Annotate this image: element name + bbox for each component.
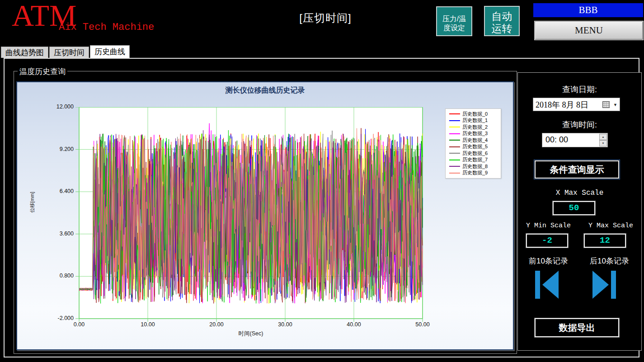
next-triangle-icon xyxy=(592,271,609,299)
prev-10-records-button[interactable] xyxy=(535,270,559,299)
chart-legend: 历史数据_0历史数据_1历史数据_2历史数据_3历史数据_4历史数据_5历史数据… xyxy=(445,108,501,179)
query-time-label: 查询时间: xyxy=(518,119,641,130)
legend-series-label: 历史数据_1 xyxy=(462,117,488,124)
y-tick-label: 9.200 xyxy=(51,146,74,152)
condition-query-button[interactable]: 条件查询显示 xyxy=(535,160,619,179)
x-max-scale-label: X Max Scale xyxy=(518,189,641,197)
legend-series-label: 历史数据_5 xyxy=(462,143,488,150)
query-panel: 查询日期: 2018年 8月 8日 ▼ 查询时间: 00: 00 ▲ ▼ 条件查… xyxy=(517,72,642,351)
query-date-label: 查询日期: xyxy=(518,84,641,95)
prev-triangle-icon xyxy=(542,271,559,299)
calendar-icon xyxy=(602,101,610,108)
legend-series-label: 历史数据_9 xyxy=(462,169,488,176)
legend-line-swatch xyxy=(449,153,460,154)
calendar-dropdown-arrow-icon[interactable]: ▼ xyxy=(613,102,617,108)
y-max-scale-label: Y Max Scale xyxy=(583,222,639,230)
legend-series-label: 历史数据_6 xyxy=(462,150,488,157)
page-title: [压切时间] xyxy=(235,11,416,25)
x-tick-label: 20.00 xyxy=(205,321,228,328)
y-axis-title: 位移[mm] xyxy=(29,182,36,223)
x-tick-label: 10.00 xyxy=(136,321,159,328)
bbb-status-banner: BBB xyxy=(533,3,643,17)
legend-item: 历史数据_0 xyxy=(446,111,501,118)
tab-bar: 曲线趋势图 压切时间 历史曲线 xyxy=(1,47,131,58)
next-bar-icon xyxy=(611,271,616,299)
logo-subtitle: Aix Tech Machine xyxy=(59,22,154,33)
y-tick-label: 0.800 xyxy=(51,273,74,279)
legend-series-label: 历史数据_7 xyxy=(462,156,488,163)
prev-10-records-label: 前10条记录 xyxy=(520,256,577,266)
x-tick-label: 30.00 xyxy=(274,321,296,328)
legend-line-swatch xyxy=(449,166,460,167)
legend-item: 历史数据_8 xyxy=(446,163,501,170)
auto-run-line2: 运转 xyxy=(492,23,512,34)
legend-item: 历史数据_5 xyxy=(446,144,501,150)
groupbox-title: 温度历史查询 xyxy=(18,66,67,77)
query-time-input[interactable]: 00: 00 ▲ ▼ xyxy=(542,133,608,147)
tab-press-cut-time[interactable]: 压切时间 xyxy=(49,47,89,58)
chart-title: 测长仪位移曲线历史记录 xyxy=(17,86,513,95)
y-tick-label: 12.000 xyxy=(51,103,74,110)
y-tick-label: -2.000 xyxy=(51,315,74,321)
tab-curve-trend[interactable]: 曲线趋势图 xyxy=(1,47,48,58)
legend-line-swatch xyxy=(449,173,460,174)
x-axis-title: 时间(Sec) xyxy=(79,330,423,338)
legend-line-swatch xyxy=(449,146,460,147)
legend-line-swatch xyxy=(449,113,460,114)
legend-item: 历史数据_9 xyxy=(446,170,501,177)
spinner-up-icon[interactable]: ▲ xyxy=(599,134,607,140)
chart-plot xyxy=(75,107,426,323)
y-min-scale-label: Y Min Scale xyxy=(520,222,577,230)
legend-line-swatch xyxy=(449,160,460,160)
legend-line-swatch xyxy=(449,140,460,141)
legend-line-swatch xyxy=(449,120,460,121)
legend-series-label: 历史数据_0 xyxy=(462,111,488,118)
x-tick-label: 50.00 xyxy=(411,321,434,328)
query-date-picker[interactable]: 2018年 8月 8日 ▼ xyxy=(533,98,620,111)
legend-line-swatch xyxy=(449,127,460,127)
auto-run-line1: 自动 xyxy=(492,10,512,22)
pressure-temp-line2: 度设定 xyxy=(443,24,465,32)
prev-bar-icon xyxy=(535,271,540,299)
legend-series-label: 历史数据_3 xyxy=(462,130,488,137)
next-10-records-button[interactable] xyxy=(592,270,616,299)
legend-series-label: 历史数据_4 xyxy=(462,137,488,144)
legend-item: 历史数据_1 xyxy=(446,118,501,124)
y-tick-label: 6.400 xyxy=(51,188,74,194)
y-min-scale-input[interactable]: -2 xyxy=(526,234,568,248)
y-tick-label: 3.600 xyxy=(51,230,74,237)
x-tick-label: 0.00 xyxy=(68,321,90,328)
pressure-temp-line1: 压力/温 xyxy=(442,15,466,23)
legend-item: 历史数据_6 xyxy=(446,150,501,157)
time-spinner: ▲ ▼ xyxy=(599,134,607,146)
legend-series-label: 历史数据_8 xyxy=(462,163,488,170)
x-max-scale-input[interactable]: 50 xyxy=(553,201,595,215)
query-time-value: 00: 00 xyxy=(545,135,568,145)
legend-item: 历史数据_7 xyxy=(446,157,501,164)
chart-panel: 测长仪位移曲线历史记录 位移[mm] 12.0009.2006.4003.600… xyxy=(16,81,514,350)
legend-line-swatch xyxy=(449,133,460,134)
legend-item: 历史数据_2 xyxy=(446,124,501,131)
menu-button[interactable]: MENU xyxy=(535,21,643,40)
legend-series-label: 历史数据_2 xyxy=(462,124,488,131)
legend-item: 历史数据_4 xyxy=(446,137,501,144)
auto-run-button[interactable]: 自动 运转 xyxy=(484,6,520,36)
pressure-temp-settings-button[interactable]: 压力/温 度设定 xyxy=(436,6,472,36)
data-export-button[interactable]: 数据导出 xyxy=(535,318,619,337)
legend-item: 历史数据_3 xyxy=(446,131,501,137)
tab-history-curve[interactable]: 历史曲线 xyxy=(90,45,130,58)
next-10-records-label: 后10条记录 xyxy=(581,256,638,266)
spinner-down-icon[interactable]: ▼ xyxy=(599,140,607,146)
x-tick-label: 40.00 xyxy=(343,321,365,328)
main-frame: 温度历史查询 测长仪位移曲线历史记录 位移[mm] 12.0009.2006.4… xyxy=(4,58,639,357)
y-max-scale-input[interactable]: 12 xyxy=(584,234,626,248)
temperature-history-groupbox: 温度历史查询 测长仪位移曲线历史记录 位移[mm] 12.0009.2006.4… xyxy=(14,71,517,354)
query-date-value: 2018年 8月 8日 xyxy=(536,99,588,110)
